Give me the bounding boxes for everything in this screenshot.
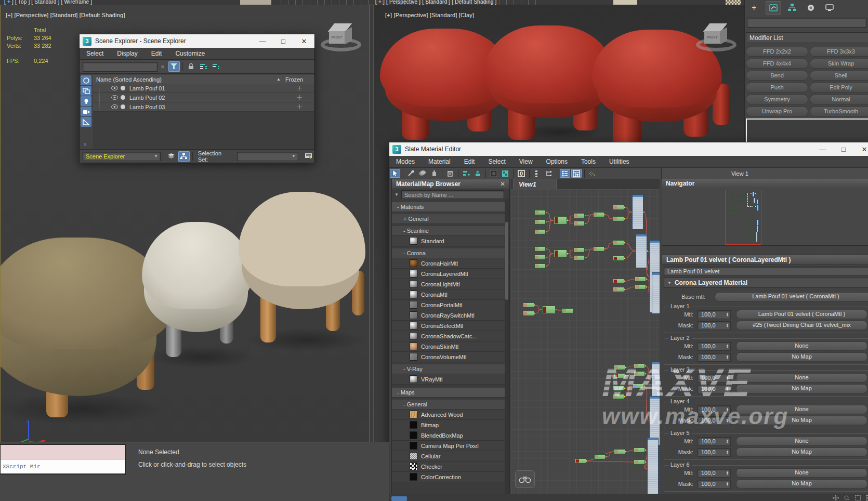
search-options-icon[interactable]: ▼ <box>392 192 401 197</box>
map-node[interactable] <box>613 256 624 261</box>
menu-modes[interactable]: Modes <box>389 158 422 165</box>
maxscript-mini-listener[interactable]: XScript Mir <box>0 444 126 474</box>
material-node[interactable] <box>632 194 643 230</box>
pouf-checkered[interactable] <box>239 192 369 353</box>
modifier-button[interactable]: FFD 3x3x3 <box>810 47 868 57</box>
menu-material[interactable]: Material <box>422 158 457 165</box>
map-node[interactable] <box>748 225 751 226</box>
listener-script-row[interactable]: XScript Mir <box>1 459 125 473</box>
map-node[interactable] <box>748 205 751 206</box>
render-dot-icon[interactable] <box>121 104 125 109</box>
hierarchy-icon[interactable] <box>178 151 190 162</box>
menu-options[interactable]: Options <box>540 158 574 165</box>
listener-macro-row[interactable] <box>1 445 125 459</box>
browser-item[interactable]: Camera Map Per Pixel <box>392 441 505 451</box>
layout-branch-icon[interactable] <box>544 169 554 178</box>
browser-search-input[interactable]: Search by Name ... <box>402 192 453 198</box>
display-cameras-icon[interactable] <box>81 107 91 116</box>
filter-icon[interactable] <box>168 61 180 72</box>
modifier-button[interactable]: Normal <box>810 95 868 104</box>
display-lights-icon[interactable] <box>81 96 91 106</box>
make-preview-icon[interactable] <box>417 169 428 178</box>
map-slot-button[interactable]: None <box>736 437 867 446</box>
object-name[interactable]: Lamb Pouf 01 <box>129 85 165 91</box>
viewport-label-persp-hidden[interactable]: [ + ] [ Perspective ] [ Standard ] [ Def… <box>375 0 496 5</box>
map-node[interactable] <box>554 216 567 225</box>
map-node[interactable] <box>739 195 742 196</box>
map-node[interactable] <box>635 276 646 282</box>
menu-select[interactable]: Select <box>481 158 512 165</box>
layout-node-icon[interactable] <box>461 169 471 178</box>
search-input[interactable] <box>83 62 157 72</box>
modifier-button[interactable]: Edit Poly <box>810 83 868 93</box>
browser-item[interactable]: BlendedBoxMap <box>392 430 505 441</box>
map-node[interactable] <box>735 201 738 202</box>
viewport-label[interactable]: [+] [Perspective] [Standard] [Clay] <box>385 12 474 18</box>
browser-subgroup[interactable]: - Scanline <box>392 226 505 236</box>
map-node[interactable] <box>554 249 567 258</box>
map-node[interactable] <box>748 193 751 194</box>
maximize-icon[interactable]: □ <box>273 37 294 45</box>
map-node[interactable] <box>634 363 645 368</box>
map-slot-button[interactable]: Lamb Pouf 01 velvet ( CoronaMtl ) <box>736 310 867 319</box>
map-node[interactable] <box>728 209 731 210</box>
menu-tools[interactable]: Tools <box>574 158 602 165</box>
map-node[interactable] <box>744 235 746 236</box>
browser-group[interactable]: - Materials <box>392 202 505 212</box>
browser-item[interactable]: ColorCorrection <box>392 472 505 482</box>
material-node[interactable] <box>651 362 660 398</box>
map-node[interactable] <box>753 235 755 236</box>
pouf-cream[interactable] <box>142 222 254 373</box>
menu-utilities[interactable]: Utilities <box>602 158 636 165</box>
table-row[interactable]: Lamb Pouf 03 <box>93 102 314 112</box>
select-tool-icon[interactable] <box>390 169 400 178</box>
corona-layered-material-rollout[interactable]: ▼ Corona Layered Material <box>664 278 868 288</box>
material-list-icon[interactable] <box>560 169 570 178</box>
lock-icon[interactable] <box>186 61 197 72</box>
map-node[interactable] <box>634 447 645 453</box>
map-node[interactable] <box>731 201 733 202</box>
map-slot-button[interactable]: No Map <box>736 416 867 425</box>
map-node[interactable] <box>534 263 546 269</box>
tab-hierarchy-icon[interactable] <box>784 1 800 15</box>
layout-dots-icon[interactable] <box>532 169 543 178</box>
map-node[interactable] <box>633 384 644 389</box>
frozen-toggle-icon[interactable] <box>297 104 302 109</box>
map-node[interactable] <box>748 202 751 203</box>
chevron-down-icon[interactable]: ▼ <box>154 154 160 159</box>
map-node[interactable] <box>573 221 585 226</box>
menu-select[interactable]: Select <box>80 50 110 57</box>
edit-named-selections-icon[interactable] <box>303 151 314 162</box>
node-graph[interactable] <box>511 189 660 494</box>
selection-set-dropdown[interactable]: ▼ <box>237 152 298 161</box>
material-node[interactable] <box>647 438 659 494</box>
viewport-label[interactable]: [+] [Perspective] [Standard] [Default Sh… <box>6 12 125 18</box>
close-icon[interactable]: ✕ <box>854 146 868 153</box>
browser-item[interactable]: CoronaLayeredMtl <box>392 269 505 279</box>
zoom-region-icon[interactable] <box>855 495 861 500</box>
browser-item[interactable]: CoronaSelectMtl <box>392 321 505 331</box>
column-headers[interactable]: Name (Sorted Ascending) ▲ Frozen <box>93 75 314 84</box>
slate-titlebar[interactable]: 3 Slate Material Editor — □ ✕ <box>389 142 868 156</box>
column-divider[interactable] <box>283 75 283 84</box>
browser-item[interactable]: Cellular <box>392 451 505 462</box>
zoom-extents-icon[interactable] <box>866 495 868 500</box>
map-slot-button[interactable]: No Map <box>736 479 867 489</box>
browser-item[interactable]: CoronaVolumeMtl <box>392 352 505 362</box>
map-node[interactable] <box>542 306 556 314</box>
map-slot-button[interactable]: No Map <box>736 352 867 362</box>
browser-item[interactable]: Checker <box>392 462 505 472</box>
show-end-result-icon[interactable]: 0 <box>516 169 527 178</box>
map-node[interactable] <box>634 371 645 376</box>
map-node[interactable] <box>614 365 625 370</box>
map-node[interactable] <box>753 221 755 222</box>
material-name-field[interactable]: Lamb Pouf 01 velvet <box>664 267 868 276</box>
modifier-button[interactable]: Unwrap Pro <box>746 107 808 116</box>
viewcube-front-face[interactable]: FRONT <box>329 31 345 44</box>
map-node[interactable] <box>731 195 733 196</box>
map-node[interactable] <box>534 210 546 215</box>
amount-spinner[interactable]: 100,0▲▼ <box>698 385 731 393</box>
menu-view[interactable]: View <box>512 158 540 165</box>
map-slot-button[interactable]: None <box>736 405 867 414</box>
maximize-icon[interactable]: □ <box>833 146 854 153</box>
